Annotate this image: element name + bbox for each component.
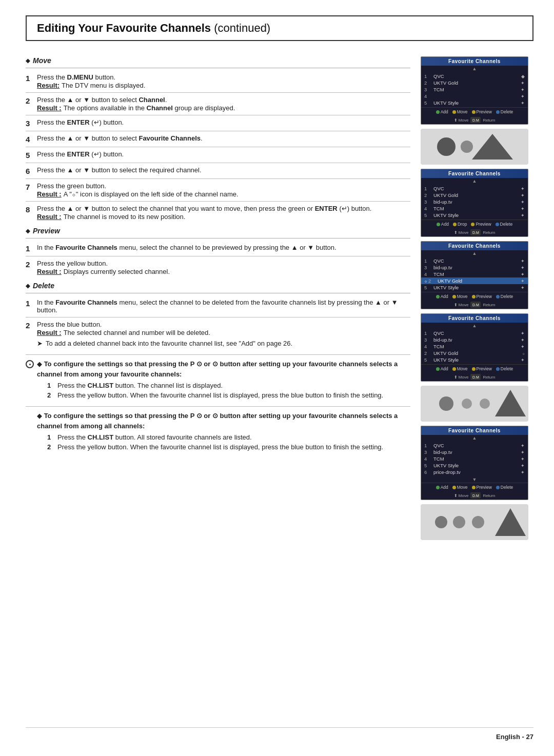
svg-point-10 — [435, 516, 447, 528]
note-section-1: ◆ To configure the settings so that pres… — [26, 354, 410, 401]
fav-panel-1-item-1: 1QVC◆ — [421, 73, 528, 79]
fav-panel-1-item-3: 3TCM✦ — [421, 86, 528, 93]
step-move-6: 6 Press the ▲ or ▼ button to select the … — [26, 166, 410, 175]
section-header-preview: Preview — [26, 227, 410, 235]
page: Editing Your Favourite Channels (continu… — [0, 0, 554, 756]
fav-panel-3-item-4: ⬦2UKTV Gold✦ — [421, 277, 528, 284]
fav-panel-1: Favourite Channels ▲ 1QVC◆ 2UKTV Gold✦ 3… — [421, 56, 528, 125]
fav-panel-2-list: 1QVC✦ 2UKTV Gold✦ 3bid-up.tv✦ 4TCM✦ 5UKT… — [421, 184, 528, 220]
fav-panel-1-list: 1QVC◆ 2UKTV Gold✦ 3TCM✦ 4✦ 5UKTV Style✦ — [421, 72, 528, 107]
fav-panel-3-item-1: 1QVC✦ — [421, 257, 528, 264]
note-2-step-1: 1 Press the CH.LIST button. All stored f… — [47, 433, 410, 441]
fav-panel-4-controls: Add Move Preview Delete — [421, 364, 528, 373]
page-footer: English - 27 — [26, 727, 533, 741]
svg-point-12 — [472, 516, 484, 528]
fav-panel-4: Favourite Channels ▲ 1QVC✦ 3bid-up.tv✦ 4… — [421, 313, 528, 382]
svg-point-2 — [437, 137, 456, 156]
fav-panel-2: Favourite Channels ▲ 1QVC✦ 2UKTV Gold✦ 3… — [421, 169, 528, 237]
step-move-2: 2 Press the ▲ or ▼ button to select Chan… — [26, 96, 410, 112]
section-header-delete: Delete — [26, 282, 410, 290]
fav-panel-5-list: 1QVC✦ 3bid-up.tv✦ 4TCM✦ 5UKTV Style✦ 6pr… — [421, 441, 528, 476]
svg-point-6 — [462, 399, 472, 409]
divider-move — [26, 68, 410, 68]
fav-panel-2-controls: Add Drop Preview Delete — [421, 220, 528, 228]
fav-panel-2-item-1: 1QVC✦ — [421, 185, 528, 192]
step-preview-1: 1 In the Favourite Channels menu, select… — [26, 244, 410, 253]
main-layout: Move 1 Press the D.MENU button. Result: … — [26, 56, 533, 717]
fav-panel-1-item-5: 5UKTV Style✦ — [421, 100, 528, 106]
sep-move-3 — [26, 131, 410, 131]
note-1-container: ◆ To configure the settings so that pres… — [26, 359, 410, 401]
footer-page-number: English - 27 — [496, 733, 533, 741]
svg-point-7 — [480, 399, 490, 409]
fav-panel-4-item-4: 2UKTV Gold⬦ — [421, 350, 528, 356]
fav-panel-2-nav: ⬆ Move D.M Return — [421, 228, 528, 236]
fav-panel-3-nav: ⬆ Move D.M Return — [421, 301, 528, 309]
page-header: Editing Your Favourite Channels (continu… — [26, 15, 533, 41]
fav-panel-3-item-2: 3bid-up.tv✦ — [421, 264, 528, 271]
step-move-1: 1 Press the D.MENU button. Result: The D… — [26, 73, 410, 89]
fav-panel-1-title: Favourite Channels — [421, 57, 528, 66]
fav-panel-5-item-4: 5UKTV Style✦ — [421, 462, 528, 469]
step-delete-2: 2 Press the blue button. Result : The se… — [26, 321, 410, 336]
note-2-container: ◆ To configure the settings so that pres… — [26, 411, 410, 453]
fav-panel-3-title: Favourite Channels — [421, 242, 528, 250]
delete-note: ➤ To add a deleted channel back into the… — [37, 340, 410, 347]
fav-panel-2-title: Favourite Channels — [421, 169, 528, 178]
fav-panel-1-item-2: 2UKTV Gold✦ — [421, 79, 528, 86]
fav-panel-2-item-2: 2UKTV Gold✦ — [421, 192, 528, 198]
fav-panel-4-item-2: 3bid-up.tv✦ — [421, 336, 528, 343]
sep-move-4 — [26, 147, 410, 147]
fav-panel-2-item-5: 5UKTV Style✦ — [421, 212, 528, 218]
section-preview: Preview 1 In the Favourite Channels menu… — [26, 227, 410, 275]
fav-panel-3-item-5: 5UKTV Style✦ — [421, 284, 528, 291]
step-move-3: 3 Press the ENTER (↵) button. — [26, 118, 410, 128]
fav-panel-1-nav: ⬆ Move D.M Return — [421, 116, 528, 124]
section-move: Move 1 Press the D.MENU button. Result: … — [26, 56, 410, 221]
step-move-4: 4 Press the ▲ or ▼ button to select Favo… — [26, 134, 410, 144]
fav-panel-1-controls: Add Move Preview Delete — [421, 107, 528, 116]
fav-panel-2-item-3: 3bid-up.tv✦ — [421, 198, 528, 205]
fav-panel-5-title: Favourite Channels — [421, 426, 528, 435]
fav-panel-5-item-5: 6price-drop.tv✦ — [421, 469, 528, 475]
fav-panel-4-list: 1QVC✦ 3bid-up.tv✦ 4TCM✦ 2UKTV Gold⬦ 5UKT… — [421, 329, 528, 364]
fav-panel-4-item-5: 5UKTV Style✦ — [421, 356, 528, 363]
step-move-8: 8 Press the ▲ or ▼ button to select the … — [26, 205, 410, 221]
note-1-step-2: 2 Press the yellow button. When the favo… — [47, 391, 410, 399]
fav-panel-1-item-4: 4✦ — [421, 93, 528, 100]
fav-panel-2-item-4: 4TCM✦ — [421, 205, 528, 212]
sep-move-6 — [26, 178, 410, 179]
left-content: Move 1 Press the D.MENU button. Result: … — [26, 56, 410, 717]
fav-panel-5: Favourite Channels ▲ 1QVC✦ 3bid-up.tv✦ 4… — [421, 426, 528, 500]
sep-move-5 — [26, 163, 410, 163]
note-icon — [26, 360, 34, 368]
sep-delete-1 — [26, 317, 410, 317]
remote-img-3 — [421, 504, 528, 540]
step-move-5: 5 Press the ENTER (↵) button. — [26, 150, 410, 160]
fav-panel-5-item-3: 4TCM✦ — [421, 455, 528, 462]
fav-panel-4-item-3: 4TCM✦ — [421, 343, 528, 350]
remote-svg-3 — [421, 504, 528, 540]
step-preview-2: 2 Press the yellow button. Result : Disp… — [26, 260, 410, 275]
note-1-step-1: 1 Press the CH.LIST button. The channel … — [47, 382, 410, 389]
divider-preview — [26, 238, 410, 238]
fav-panel-3: Favourite Channels ▲ 1QVC✦ 3bid-up.tv✦ 4… — [421, 241, 528, 309]
section-header-move: Move — [26, 56, 410, 65]
sep-move-2 — [26, 115, 410, 115]
fav-panel-3-list: 1QVC✦ 3bid-up.tv✦ 4TCM✦ ⬦2UKTV Gold✦ 5UK… — [421, 256, 528, 292]
remote-img-2 — [421, 386, 528, 422]
note-section-2: ◆ To configure the settings so that pres… — [26, 406, 410, 453]
step-delete-1: 1 In the Favourite Channels menu, select… — [26, 299, 410, 314]
fav-panel-5-nav: ⬆ Move D.M Return — [421, 491, 528, 500]
remote-svg-1 — [421, 129, 528, 165]
remote-img-1 — [421, 129, 528, 165]
svg-point-3 — [461, 141, 473, 153]
fav-panel-4-title: Favourite Channels — [421, 314, 528, 323]
remote-svg-2 — [421, 386, 528, 422]
fav-panel-5-item-1: 1QVC✦ — [421, 442, 528, 449]
note-1-substeps: 1 Press the CH.LIST button. The channel … — [47, 382, 410, 399]
divider-delete — [26, 293, 410, 293]
fav-panel-5-controls: Add Move Preview Delete — [421, 483, 528, 491]
svg-point-11 — [453, 516, 465, 528]
svg-point-5 — [439, 396, 453, 411]
